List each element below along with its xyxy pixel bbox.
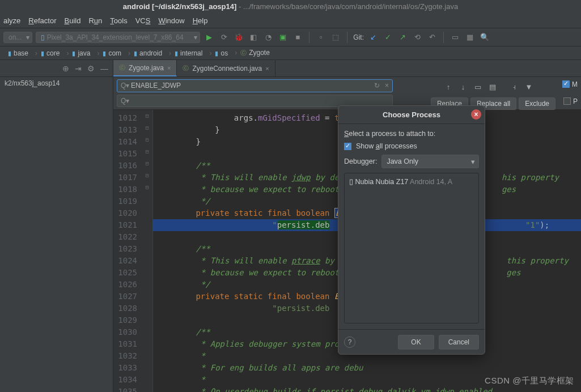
find-input[interactable]: Q▾ ENABLE_JDWP ↻ × xyxy=(117,79,393,92)
dialog-prompt: Select a process to attach to: xyxy=(344,130,479,138)
tab-label: ZygoteConnection.java xyxy=(192,65,262,73)
stop-icon[interactable]: ■ xyxy=(292,32,303,43)
process-list[interactable]: ▯ Nubia Nubia Z17 Android 14, A xyxy=(344,173,479,323)
breadcrumb: ▮base ▮core ▮java ▮com ▮android ▮interna… xyxy=(0,46,581,60)
run-config-combo[interactable]: on... xyxy=(3,32,32,43)
crumb-base[interactable]: ▮base xyxy=(0,49,33,57)
crumb-internal[interactable]: ▮internal xyxy=(167,49,207,57)
git-revert-icon[interactable]: ↶ xyxy=(426,32,438,43)
select-all-icon[interactable]: ▭ xyxy=(472,80,484,93)
close-icon[interactable]: × xyxy=(265,65,269,72)
debugger-combo[interactable]: Java Only xyxy=(381,155,479,168)
close-icon[interactable]: × xyxy=(471,109,481,120)
match-case-label: M xyxy=(572,80,578,88)
menu-refactor[interactable]: Refactor xyxy=(28,16,56,25)
choose-process-dialog: Choose Process × Select a process to att… xyxy=(338,105,485,355)
tab-zygoteconnection[interactable]: ⓒ ZygoteConnection.java × xyxy=(177,60,275,76)
match-case-check[interactable] xyxy=(562,80,570,88)
crumb-java[interactable]: ▮java xyxy=(64,49,95,57)
apply-changes-icon[interactable]: ⟳ xyxy=(218,32,230,43)
coverage-icon[interactable]: ◧ xyxy=(248,32,259,43)
hide-icon[interactable]: — xyxy=(100,64,108,73)
history-icon[interactable]: ↻ xyxy=(374,82,380,90)
search-everywhere-icon[interactable]: 🔍 xyxy=(479,32,490,43)
close-icon[interactable]: × xyxy=(167,65,171,71)
menu-tools[interactable]: Tools xyxy=(110,16,127,25)
prev-match-icon[interactable]: ↑ xyxy=(442,80,455,93)
git-label: Git: xyxy=(353,33,364,41)
line-gutter: 1012101310141015101610171018101910201021… xyxy=(113,110,142,392)
crumb-core[interactable]: ▮core xyxy=(33,49,64,57)
sidebar-path[interactable]: k2/nx563j_aosp14 xyxy=(0,77,113,90)
crumb-os[interactable]: ▮os xyxy=(207,49,232,57)
class-icon: ⓒ xyxy=(119,63,125,72)
profile-icon[interactable]: ◔ xyxy=(262,32,274,43)
search-icon: Q▾ xyxy=(121,97,129,105)
run-icon[interactable]: ▶ xyxy=(203,32,215,43)
structure-icon[interactable]: ▦ xyxy=(464,32,476,43)
window-title: android [~/disk2/nx563j_aosp14] - .../fr… xyxy=(0,0,581,14)
layout-icon[interactable]: ▭ xyxy=(449,32,461,43)
ok-button[interactable]: OK xyxy=(398,335,434,350)
git-commit-icon[interactable]: ✓ xyxy=(382,32,393,43)
main-toolbar: on... ▯ Pixel_3a_API_34_extension_level_… xyxy=(0,28,581,46)
device-item[interactable]: ▯ Nubia Nubia Z17 Android 14, A xyxy=(347,176,476,188)
editor-tabs: ⓒ Zygote.java × ⓒ ZygoteConnection.java … xyxy=(113,60,581,77)
main-menubar: alyze Refactor Build Run Tools VCS Windo… xyxy=(0,14,581,28)
git-history-icon[interactable]: ⟲ xyxy=(412,32,423,43)
search-icon: Q▾ xyxy=(121,82,129,90)
add-selection-icon[interactable]: ▤ xyxy=(486,80,499,93)
show-all-label: Show all processes xyxy=(356,142,417,150)
class-icon: ⓒ xyxy=(183,64,189,73)
preserve-case-label: P xyxy=(573,97,578,105)
sdk-icon[interactable]: ⬚ xyxy=(330,32,341,43)
tab-label: Zygote.java xyxy=(129,64,164,72)
menu-analyze[interactable]: alyze xyxy=(3,16,20,25)
tab-zygote[interactable]: ⓒ Zygote.java × xyxy=(113,60,177,76)
collapse-icon[interactable]: ⇥ xyxy=(75,64,82,73)
avd-icon[interactable]: ▫ xyxy=(315,32,326,43)
menu-window[interactable]: Window xyxy=(158,16,184,25)
crumb-com[interactable]: ▮com xyxy=(95,49,126,57)
attach-icon[interactable]: ▣ xyxy=(277,32,289,43)
git-update-icon[interactable]: ↙ xyxy=(367,32,379,43)
preserve-case-check[interactable] xyxy=(563,97,571,105)
help-icon[interactable]: ? xyxy=(344,336,355,348)
menu-build[interactable]: Build xyxy=(65,16,81,25)
menu-vcs[interactable]: VCS xyxy=(135,16,151,25)
exclude-button[interactable]: Exclude xyxy=(519,97,555,110)
locate-icon[interactable]: ⊕ xyxy=(62,64,69,73)
device-combo[interactable]: ▯ Pixel_3a_API_34_extension_level_7_x86_… xyxy=(36,32,200,43)
next-match-icon[interactable]: ↓ xyxy=(457,80,469,93)
git-push-icon[interactable]: ↗ xyxy=(397,32,408,43)
menu-run[interactable]: Run xyxy=(88,16,102,25)
settings-icon[interactable]: ⚙ xyxy=(87,64,95,73)
menu-help[interactable]: Help xyxy=(193,16,208,25)
dialog-title: Choose Process × xyxy=(338,106,485,124)
crumb-file[interactable]: ⓒZygote xyxy=(232,49,274,57)
crumb-android[interactable]: ▮android xyxy=(126,49,167,57)
cancel-button[interactable]: Cancel xyxy=(439,335,479,350)
phone-icon: ▯ xyxy=(349,178,353,186)
filter-icon[interactable]: ⫞ xyxy=(508,80,520,93)
debug-icon[interactable]: 🐞 xyxy=(233,32,244,43)
clear-icon[interactable]: × xyxy=(385,82,389,90)
show-all-check[interactable] xyxy=(344,143,351,150)
funnel-icon[interactable]: ▼ xyxy=(523,80,535,93)
project-sidebar: ⊕ ⇥ ⚙ — k2/nx563j_aosp14 xyxy=(0,60,113,392)
debugger-label: Debugger: xyxy=(344,157,377,165)
fold-column[interactable]: ⊟⊟⊟⊟⊟⊟⊟ xyxy=(142,110,153,392)
